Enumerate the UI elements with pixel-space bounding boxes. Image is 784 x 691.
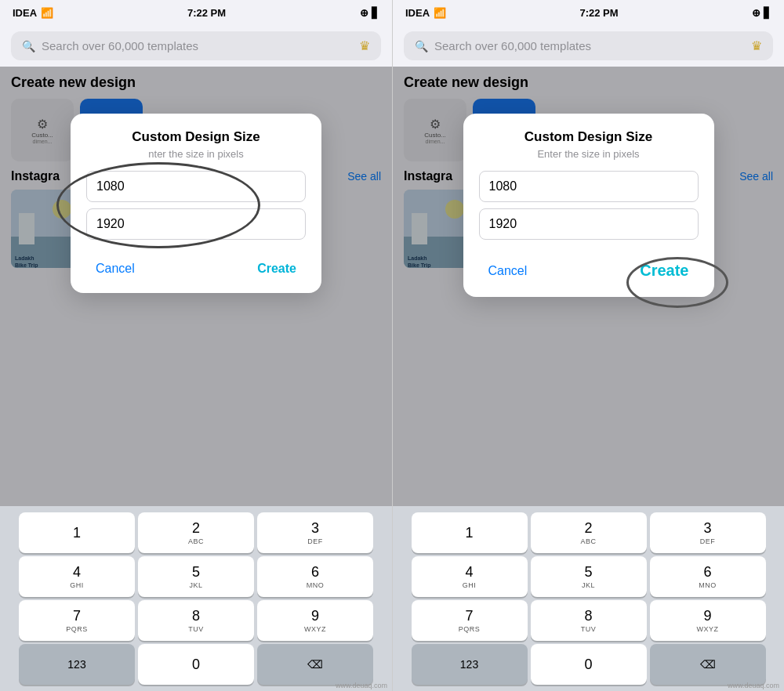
left-dialog-container: Custom Design Size nter the size in pixe…	[71, 114, 321, 293]
right-key-8[interactable]: 8TUV	[531, 600, 647, 641]
right-dialog: Custom Design Size Enter the size in pix…	[463, 114, 714, 297]
right-key-2[interactable]: 2ABC	[531, 512, 647, 553]
left-keyboard: 1 2ABC 3DEF 4GHI 5JKL 6MNO 7PQRS 8TUV 9W…	[0, 506, 392, 691]
left-battery-icon: ▋	[372, 7, 379, 19]
left-phone-panel: IDEA 📶 7:22 PM ⊕ ▋ 🔍 Search over 60,000 …	[0, 0, 392, 691]
right-create-button[interactable]: Create	[630, 257, 698, 284]
right-search-placeholder: Search over 60,000 templates	[434, 39, 745, 52]
left-crown-icon: ♛	[359, 38, 370, 53]
left-keyboard-row-3: 7PQRS 8TUV 9WXYZ	[3, 600, 389, 641]
left-status-bar: IDEA 📶 7:22 PM ⊕ ▋	[0, 0, 392, 25]
left-carrier: IDEA	[13, 7, 37, 19]
right-status-bar: IDEA 📶 7:22 PM ⊕ ▋	[393, 0, 784, 25]
left-keyboard-row-1: 1 2ABC 3DEF	[3, 512, 389, 553]
right-height-input[interactable]	[479, 208, 699, 240]
left-width-input[interactable]	[86, 171, 306, 202]
right-wifi-icon: 📶	[434, 7, 446, 19]
left-cancel-button[interactable]: Cancel	[86, 257, 144, 280]
left-search-area: 🔍 Search over 60,000 templates ♛	[0, 25, 392, 67]
left-dialog-subtitle: nter the size in pixels	[86, 148, 306, 160]
left-watermark: www.deuaq.com	[336, 682, 387, 689]
right-key-1[interactable]: 1	[412, 512, 528, 553]
right-key-0[interactable]: 0	[531, 644, 647, 685]
right-dialog-subtitle: Enter the size in pixels	[479, 148, 699, 160]
left-height-input[interactable]	[86, 208, 306, 240]
right-key-7[interactable]: 7PQRS	[412, 600, 528, 641]
right-key-3[interactable]: 3DEF	[650, 512, 766, 553]
right-search-area: 🔍 Search over 60,000 templates ♛	[393, 25, 784, 67]
right-keyboard-row-3: 7PQRS 8TUV 9WXYZ	[396, 600, 781, 641]
left-key-5[interactable]: 5JKL	[138, 556, 254, 597]
right-key-123[interactable]: 123	[412, 644, 528, 685]
left-dialog-buttons: Cancel Create	[86, 257, 306, 280]
left-wifi-icon: 📶	[41, 7, 53, 19]
left-key-123[interactable]: 123	[19, 644, 135, 685]
left-key-0[interactable]: 0	[138, 644, 254, 685]
right-dialog-buttons: Cancel Create	[479, 257, 699, 284]
right-phone-panel: IDEA 📶 7:22 PM ⊕ ▋ 🔍 Search over 60,000 …	[392, 0, 784, 691]
left-key-9[interactable]: 9WXYZ	[257, 600, 373, 641]
left-search-bar[interactable]: 🔍 Search over 60,000 templates ♛	[11, 31, 381, 60]
left-key-backspace[interactable]: ⌫	[257, 644, 373, 685]
left-time: 7:22 PM	[187, 7, 226, 19]
right-key-9[interactable]: 9WXYZ	[650, 600, 766, 641]
right-main-content: Create new design ⚙ Custo... dimen... f …	[393, 67, 784, 506]
left-search-icon: 🔍	[22, 40, 35, 52]
left-key-1[interactable]: 1	[19, 512, 135, 553]
right-dialog-title: Custom Design Size	[479, 129, 699, 145]
left-key-8[interactable]: 8TUV	[138, 600, 254, 641]
left-keyboard-row-2: 4GHI 5JKL 6MNO	[3, 556, 389, 597]
left-location-icon: ⊕	[360, 7, 368, 19]
right-key-4[interactable]: 4GHI	[412, 556, 528, 597]
right-search-bar[interactable]: 🔍 Search over 60,000 templates ♛	[404, 31, 773, 60]
right-dialog-container: Custom Design Size Enter the size in pix…	[463, 114, 714, 297]
left-key-6[interactable]: 6MNO	[257, 556, 373, 597]
right-keyboard-row-4: 123 0 ⌫	[396, 644, 781, 685]
right-key-6[interactable]: 6MNO	[650, 556, 766, 597]
right-key-backspace[interactable]: ⌫	[650, 644, 766, 685]
left-dialog-title: Custom Design Size	[86, 129, 306, 145]
right-keyboard-row-2: 4GHI 5JKL 6MNO	[396, 556, 781, 597]
left-overlay: Custom Design Size nter the size in pixe…	[0, 67, 392, 506]
left-key-3[interactable]: 3DEF	[257, 512, 373, 553]
left-main-content: Create new design ⚙ Custo... dimen... f …	[0, 67, 392, 506]
right-time: 7:22 PM	[579, 7, 618, 19]
right-status-left: IDEA 📶	[405, 7, 446, 19]
left-search-placeholder: Search over 60,000 templates	[42, 39, 353, 52]
right-key-5[interactable]: 5JKL	[531, 556, 647, 597]
right-keyboard-row-1: 1 2ABC 3DEF	[396, 512, 781, 553]
right-watermark: www.deuaq.com	[728, 682, 779, 689]
right-carrier: IDEA	[405, 7, 430, 19]
right-battery-icon: ▋	[764, 7, 771, 19]
right-status-right: ⊕ ▋	[752, 7, 771, 19]
right-keyboard: 1 2ABC 3DEF 4GHI 5JKL 6MNO 7PQRS 8TUV 9W…	[393, 506, 784, 691]
left-key-7[interactable]: 7PQRS	[19, 600, 135, 641]
right-crown-icon: ♛	[751, 38, 762, 53]
left-dialog: Custom Design Size nter the size in pixe…	[71, 114, 321, 293]
right-cancel-button[interactable]: Cancel	[479, 257, 537, 284]
right-overlay: Custom Design Size Enter the size in pix…	[393, 67, 784, 506]
left-key-4[interactable]: 4GHI	[19, 556, 135, 597]
left-status-left: IDEA 📶	[13, 7, 53, 19]
right-location-icon: ⊕	[752, 7, 760, 19]
right-width-input[interactable]	[479, 171, 699, 202]
left-key-2[interactable]: 2ABC	[138, 512, 254, 553]
right-search-icon: 🔍	[415, 40, 428, 52]
left-create-button[interactable]: Create	[248, 257, 306, 280]
left-status-right: ⊕ ▋	[360, 7, 379, 19]
left-keyboard-row-4: 123 0 ⌫	[3, 644, 389, 685]
